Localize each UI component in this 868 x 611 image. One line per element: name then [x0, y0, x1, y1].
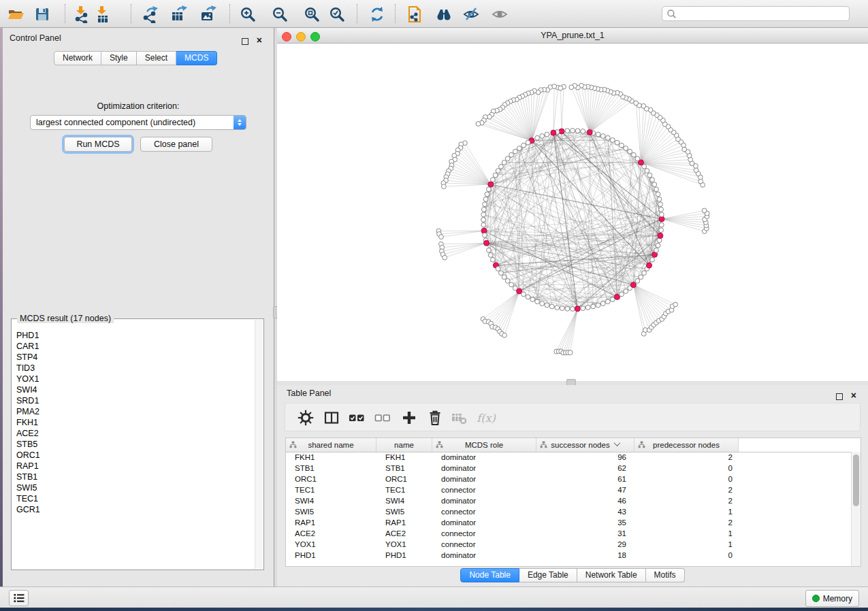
- satellite-node[interactable]: [558, 86, 563, 90]
- network-node[interactable]: [530, 297, 535, 302]
- network-node[interactable]: [545, 132, 549, 137]
- column-header-predecessor-nodes[interactable]: predecessor nodes: [634, 438, 739, 452]
- network-node[interactable]: [650, 178, 655, 182]
- network-node[interactable]: [513, 149, 517, 154]
- network-canvas[interactable]: [277, 44, 868, 381]
- network-node[interactable]: [488, 253, 493, 258]
- mcds-result-item[interactable]: ACE2: [16, 428, 255, 439]
- network-node[interactable]: [521, 292, 526, 297]
- network-node[interactable]: [600, 301, 605, 306]
- select-all-button[interactable]: [347, 408, 367, 428]
- network-node[interactable]: [521, 143, 526, 148]
- network-node[interactable]: [505, 156, 510, 161]
- network-node[interactable]: [483, 233, 487, 237]
- network-node[interactable]: [540, 134, 545, 139]
- table-row[interactable]: FKH1FKH1dominator962: [286, 452, 851, 463]
- network-node[interactable]: [545, 303, 549, 308]
- mcds-result-item[interactable]: CAR1: [16, 341, 255, 352]
- mcds-result-item[interactable]: PMA2: [16, 406, 255, 417]
- zoom-in-button[interactable]: [238, 5, 257, 23]
- network-node[interactable]: [659, 212, 664, 217]
- refresh-layout-button[interactable]: [368, 5, 386, 23]
- satellite-node[interactable]: [634, 101, 639, 105]
- float-panel-button[interactable]: [242, 35, 248, 48]
- network-node[interactable]: [493, 173, 498, 178]
- network-node[interactable]: [647, 173, 652, 178]
- network-node[interactable]: [658, 202, 663, 207]
- network-node[interactable]: [496, 169, 500, 174]
- mcds-result-item[interactable]: FKH1: [16, 417, 255, 428]
- satellite-node[interactable]: [569, 85, 574, 90]
- tab-network[interactable]: Network: [54, 51, 101, 65]
- network-node[interactable]: [615, 140, 620, 145]
- network-node[interactable]: [585, 306, 590, 310]
- scrollbar-thumb[interactable]: [853, 455, 859, 506]
- mcds-result-item[interactable]: STP4: [16, 352, 255, 363]
- table-row[interactable]: ORC1ORC1dominator610: [286, 474, 851, 484]
- deselect-all-button[interactable]: [372, 408, 393, 428]
- satellite-node[interactable]: [443, 255, 447, 260]
- mcds-result-item[interactable]: TID3: [16, 363, 255, 374]
- search-field[interactable]: [662, 6, 850, 21]
- mcds-result-item[interactable]: GCR1: [16, 504, 255, 515]
- network-node[interactable]: [606, 135, 611, 140]
- network-node[interactable]: [549, 304, 554, 309]
- mcds-result-item[interactable]: YOX1: [16, 374, 255, 384]
- mcds-hub-node[interactable]: [658, 233, 663, 238]
- network-node[interactable]: [555, 306, 560, 310]
- network-node[interactable]: [485, 192, 489, 197]
- satellite-node[interactable]: [682, 147, 687, 152]
- network-node[interactable]: [560, 306, 564, 311]
- network-node[interactable]: [483, 202, 487, 207]
- satellite-node[interactable]: [476, 122, 481, 127]
- delete-column-button[interactable]: [425, 408, 445, 428]
- network-node[interactable]: [600, 134, 605, 139]
- network-node[interactable]: [620, 292, 624, 297]
- export-table-button[interactable]: [169, 5, 187, 23]
- network-node[interactable]: [632, 152, 637, 157]
- mcds-list-scrollbar[interactable]: [255, 320, 263, 569]
- network-node[interactable]: [481, 212, 486, 217]
- network-node[interactable]: [570, 307, 575, 312]
- network-node[interactable]: [540, 301, 545, 306]
- network-node[interactable]: [642, 271, 647, 276]
- network-node[interactable]: [491, 257, 496, 262]
- mcds-result-item[interactable]: STB5: [16, 439, 255, 450]
- network-node[interactable]: [482, 207, 487, 212]
- column-header-MCDS-role[interactable]: MCDS role: [432, 438, 536, 452]
- optimization-criterion-dropdown[interactable]: largest connected component (undirected): [30, 115, 246, 130]
- network-node[interactable]: [591, 304, 596, 309]
- network-node[interactable]: [502, 275, 507, 280]
- mcds-result-item[interactable]: ORC1: [16, 450, 255, 461]
- network-node[interactable]: [496, 267, 500, 271]
- network-node[interactable]: [487, 187, 492, 192]
- mcds-hub-node[interactable]: [551, 130, 556, 135]
- network-node[interactable]: [526, 140, 530, 145]
- tab-node-table[interactable]: Node Table: [460, 568, 519, 582]
- table-settings-button[interactable]: [295, 408, 316, 428]
- export-network-button[interactable]: [141, 5, 159, 23]
- network-node[interactable]: [509, 152, 514, 157]
- tab-network-table[interactable]: Network Table: [577, 568, 646, 582]
- zoom-out-button[interactable]: [270, 5, 289, 23]
- network-node[interactable]: [620, 143, 624, 148]
- export-image-button[interactable]: [198, 5, 216, 23]
- satellite-node[interactable]: [673, 302, 678, 307]
- network-node[interactable]: [509, 282, 514, 287]
- network-node[interactable]: [575, 129, 580, 133]
- close-panel-button-secondary[interactable]: Close panel: [140, 137, 212, 152]
- table-row[interactable]: SWI5SWI5connector431: [286, 506, 851, 517]
- task-history-button[interactable]: [9, 590, 29, 606]
- network-node[interactable]: [581, 129, 585, 134]
- tab-select[interactable]: Select: [137, 51, 176, 65]
- network-window-titlebar[interactable]: YPA_prune.txt_1: [277, 28, 868, 44]
- table-row[interactable]: STB1STB1dominator620: [286, 463, 851, 474]
- network-node[interactable]: [565, 129, 570, 133]
- mcds-hub-node[interactable]: [484, 240, 489, 246]
- import-table-button[interactable]: [93, 5, 111, 23]
- mcds-result-item[interactable]: SRD1: [16, 395, 255, 406]
- mcds-result-item[interactable]: PHD1: [16, 330, 255, 341]
- network-node[interactable]: [610, 138, 615, 143]
- network-node[interactable]: [487, 248, 492, 252]
- mcds-hub-node[interactable]: [587, 130, 592, 135]
